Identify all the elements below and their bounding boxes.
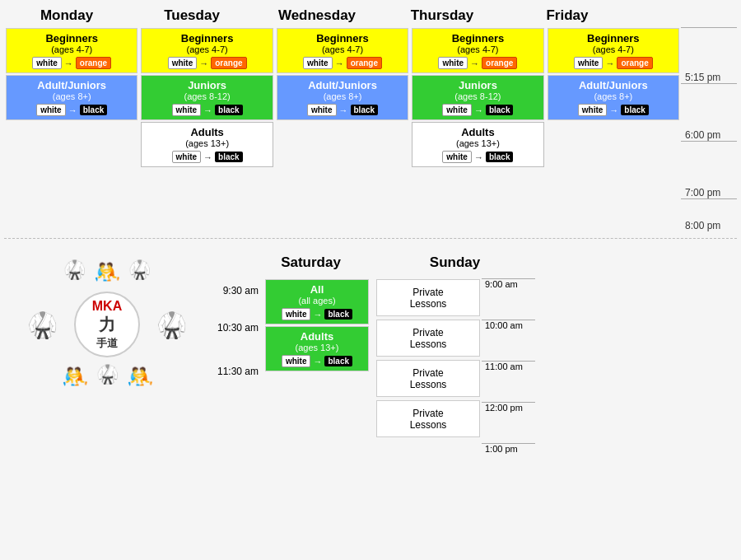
sun-time-1200: 12:00 pm	[482, 402, 535, 443]
belt-from: white	[303, 57, 333, 69]
class-title: Adult/Juniors	[553, 79, 673, 91]
arrow-icon: →	[609, 105, 618, 115]
time-515: 5:15 pm	[681, 27, 737, 83]
arrow-icon: →	[313, 310, 322, 320]
class-block: Beginners (ages 4-7) white → orange	[141, 28, 273, 73]
class-block: Beginners (ages 4-7) white → orange	[412, 28, 543, 73]
sunday-area: Sunday Private Lessons Private Lessons P…	[375, 251, 535, 460]
tuesday-col: Tuesday	[129, 4, 254, 27]
tuesday-header: Tuesday	[129, 4, 254, 27]
thursday-header: Thursday	[380, 4, 505, 27]
belt-row: white → black	[271, 308, 363, 320]
karate-figure-4: 🥋	[27, 310, 58, 339]
belt-to: black	[324, 309, 352, 320]
private-label: Private Lessons	[410, 408, 447, 431]
class-title: Adult/Juniors	[282, 79, 403, 91]
class-title: Adult/Juniors	[12, 79, 132, 91]
class-block: Beginners (ages 4-7) white → orange	[6, 28, 137, 73]
belt-row: white → black	[282, 104, 403, 116]
class-block: Juniors (ages 8-12) white → black	[412, 75, 543, 120]
belt-to: orange	[482, 57, 517, 69]
arrow-icon: →	[470, 58, 479, 68]
belt-to: black	[215, 152, 243, 162]
class-ages: (all ages)	[271, 296, 363, 306]
private-lessons-4: Private Lessons	[376, 400, 480, 437]
class-ages: (ages 4-7)	[147, 44, 267, 54]
class-block: Adults (ages 13+) white → black	[412, 122, 543, 167]
class-title: Beginners	[553, 32, 673, 44]
arrow-icon: →	[474, 152, 483, 162]
karate-figure-1: 🥋	[63, 259, 86, 285]
sun-time-900: 9:00 am	[482, 278, 535, 320]
time-label: 5:15 pm	[685, 72, 725, 83]
belt-row: white → orange	[553, 57, 673, 69]
time-800: 8:00 pm	[681, 198, 737, 231]
belt-from: white	[172, 151, 202, 163]
arrow-icon: →	[203, 152, 212, 162]
private-label: Private Lessons	[410, 327, 447, 350]
belt-from: white	[36, 104, 66, 116]
arrow-icon: →	[68, 105, 77, 115]
belt-row: white → orange	[282, 57, 403, 69]
sat-adults-block: Adults (ages 13+) white → black	[265, 326, 369, 371]
class-ages: (ages 8-12)	[147, 91, 267, 101]
monday-header: Monday	[4, 4, 129, 27]
karate-figure-5: 🥋	[156, 310, 187, 339]
class-title: Beginners	[147, 32, 267, 44]
class-ages: (ages 4-7)	[417, 44, 538, 54]
thursday-col: Thursday	[380, 4, 505, 27]
belt-row: white → black	[147, 151, 267, 163]
belt-from: white	[442, 104, 472, 116]
mka-text: MKA	[92, 299, 122, 314]
figures-bottom-row: 🤼 🥋 🤼	[62, 364, 153, 390]
belt-row: white → black	[417, 104, 538, 116]
thursday-adults: Adults (ages 13+) white → black	[410, 121, 545, 179]
karate-art-area: 🥋 🤼 🥋 🥋 MKA 力 手道 🥋 🤼 🥋 🤼	[4, 251, 210, 460]
class-block: Adult/Juniors (ages 8+) white → black	[548, 75, 679, 120]
time-600: 6:00 pm	[681, 83, 737, 141]
friday-beginners: Beginners (ages 4-7) white → orange	[546, 27, 681, 74]
belt-to: orange	[211, 57, 246, 69]
belt-to: orange	[347, 57, 382, 69]
belt-to: black	[486, 105, 514, 115]
arrow-icon: →	[339, 105, 348, 115]
class-block: Beginners (ages 4-7) white → orange	[548, 28, 679, 73]
sunday-blocks: Private Lessons Private Lessons Private …	[375, 278, 482, 460]
belt-from: white	[442, 151, 472, 163]
wednesday-empty	[275, 121, 410, 179]
sun-time-100: 1:00 pm	[482, 443, 535, 460]
belt-to: black	[324, 356, 352, 366]
wednesday-juniors: Adult/Juniors (ages 8+) white → black	[275, 74, 410, 121]
private-lessons-3: Private Lessons	[376, 360, 480, 397]
saturday-content: 9:30 am 10:30 am 11:30 am All (all ages)…	[210, 278, 370, 377]
time-1030: 10:30 am	[210, 303, 263, 352]
class-title: All	[271, 283, 363, 296]
weekend-section: Saturday 9:30 am 10:30 am 11:30 am All (…	[210, 251, 741, 460]
belt-from: white	[578, 104, 608, 116]
belt-to: black	[80, 105, 108, 115]
time-930: 9:30 am	[210, 278, 263, 303]
time-label: 7:00 pm	[685, 187, 725, 198]
class-block: Adult/Juniors (ages 8+) white → black	[6, 75, 137, 120]
sun-time-1000: 10:00 am	[482, 320, 535, 361]
belt-from: white	[307, 104, 337, 116]
belt-from: white	[438, 57, 468, 69]
adults-row: Adults (ages 13+) white → black Adults (…	[4, 121, 681, 179]
kanji-sub: 手道	[96, 336, 118, 351]
wednesday-beginners: Beginners (ages 4-7) white → orange	[275, 27, 410, 74]
sat-all-block: All (all ages) white → black	[265, 279, 369, 324]
karate-figure-6: 🤼	[62, 364, 88, 390]
belt-from: white	[282, 308, 311, 320]
belt-from: white	[172, 104, 202, 116]
arrow-icon: →	[199, 58, 208, 68]
belt-from: white	[32, 57, 62, 69]
friday-juniors: Adult/Juniors (ages 8+) white → black	[546, 74, 681, 121]
belt-row: white → orange	[417, 57, 538, 69]
karate-figure-7: 🥋	[96, 364, 119, 390]
class-ages: (ages 8+)	[12, 91, 132, 101]
wednesday-col: Wednesday	[254, 4, 380, 27]
belt-row: white → black	[271, 355, 363, 367]
saturday-area: Saturday 9:30 am 10:30 am 11:30 am All (…	[210, 251, 370, 460]
time-700: 7:00 pm	[681, 141, 737, 198]
class-block: Juniors (ages 8-12) white → black	[141, 75, 273, 120]
